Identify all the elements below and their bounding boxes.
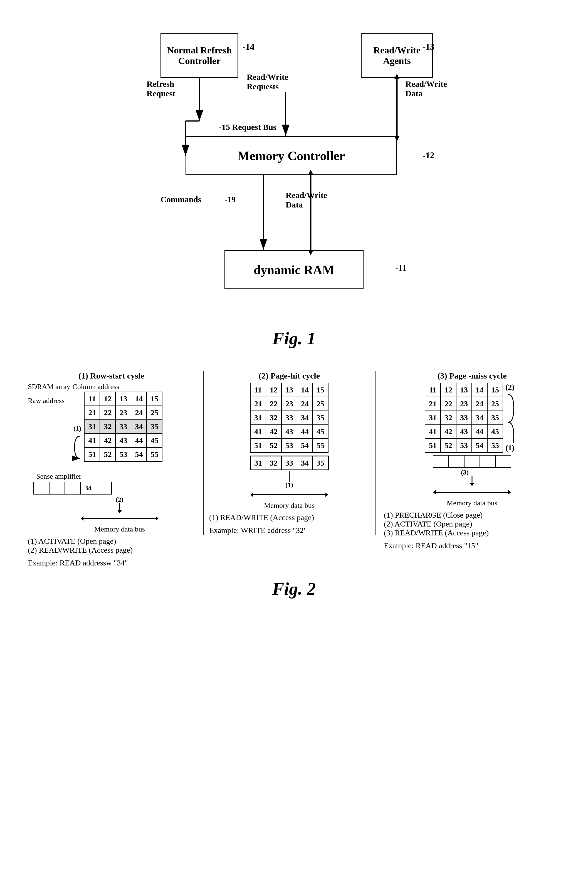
col3-arrow1-label: (1) — [505, 443, 519, 452]
col1-cycle-title: (1) Row-stsrt cysle — [79, 371, 144, 380]
table-row: 5152535455 — [425, 439, 503, 453]
table-row: 3132333435 — [250, 411, 328, 425]
col2-steps: (1) READ/WRITE (Access page) — [209, 513, 314, 522]
table-row: 34 — [34, 482, 112, 494]
col2-bus-arrow-svg — [250, 489, 328, 501]
table-row — [433, 455, 511, 468]
fig2-col2: (2) Page-hit cycle 1112131415 2122232425… — [203, 371, 375, 535]
col2-up-arrow-svg: (1) — [278, 471, 301, 488]
col3-grid: 1112131415 2122232425 3132333435 4142434… — [425, 383, 503, 453]
col1-col-addr-label: Column address — [72, 383, 119, 391]
svg-marker-27 — [325, 493, 328, 497]
sense-amp-box: 34 — [33, 482, 112, 495]
col3-right-arrows-svg — [505, 392, 519, 443]
dynamic-ram-label: dynamic RAM — [254, 262, 334, 277]
svg-text:(3): (3) — [461, 469, 469, 476]
col3-step2: (2) ACTIVATE (Open page) — [384, 520, 489, 529]
col2-hit-row: 31 32 33 34 35 — [250, 456, 329, 470]
col1-grid: 1112131415 2122232425 3132333435 4142434… — [84, 392, 162, 462]
ref14-label: -14 — [243, 42, 255, 52]
col1-down-arrow-svg: (2) — [109, 496, 131, 513]
col3-arrow2-label: (2) — [505, 383, 519, 392]
fig2-col1: (1) Row-stsrt cysle SDRAM array Raw addr… — [25, 371, 198, 568]
col1-sdram-label: SDRAM array — [28, 383, 70, 391]
ref11-label: -11 — [395, 263, 406, 273]
ref15-label: -15 Request Bus — [219, 122, 277, 132]
fig2-container: (1) Row-stsrt cysle SDRAM array Raw addr… — [22, 371, 566, 599]
refresh-controller-label: Normal RefreshController — [167, 45, 232, 66]
table-row: 3132333435 — [84, 420, 162, 434]
col1-example: Example: READ addressw "34" — [28, 559, 128, 568]
commands-label: Commands — [161, 195, 201, 204]
table-row: 4142434445 — [250, 425, 328, 439]
col1-raw-addr-label: Raw address — [28, 396, 64, 405]
svg-marker-17 — [118, 510, 122, 513]
fig2-columns: (1) Row-stsrt cysle SDRAM array Raw addr… — [22, 371, 566, 568]
col3-bus-arrow-svg — [433, 487, 511, 498]
rw-requests-label: Read/WriteRequests — [247, 72, 288, 91]
col3-bus-label: Memory data bus — [447, 499, 497, 507]
table-row: 1112131415 — [84, 392, 162, 406]
table-row: 4142434445 — [84, 434, 162, 447]
table-row: 5152535455 — [250, 439, 328, 453]
table-row: 2122232425 — [425, 397, 503, 411]
col1-step2: (2) READ/WRITE (Access page) — [28, 546, 132, 554]
col3-step1: (1) PRECHARGE (Close page) — [384, 511, 489, 520]
col2-bus-label: Memory data bus — [264, 502, 314, 510]
ref12-label: -12 — [423, 150, 435, 161]
fig2-col3: (3) Page -miss cycle 1112131415 21222324… — [381, 371, 563, 550]
svg-marker-26 — [250, 493, 253, 497]
box-refresh-controller: Normal RefreshController — [161, 33, 238, 78]
col1-steps: (1) ACTIVATE (Open page) (2) READ/WRITE … — [28, 537, 132, 554]
svg-marker-32 — [433, 490, 436, 495]
col1-left-arrow-svg: (1) — [72, 392, 82, 469]
col3-step3: (3) READ/WRITE (Access page) — [384, 529, 489, 537]
ref19-label: -19 — [225, 195, 235, 204]
col3-example: Example: READ address "15" — [384, 541, 478, 550]
svg-text:(1): (1) — [285, 481, 293, 488]
fig2-caption: Fig. 2 — [22, 578, 566, 599]
svg-marker-30 — [470, 483, 474, 486]
memory-ctrl-label: Memory Controller — [238, 149, 345, 163]
rw-agents-label: Read/WriteAgents — [373, 45, 420, 66]
svg-marker-21 — [156, 516, 159, 521]
svg-marker-33 — [508, 490, 511, 495]
col2-example: Example: WRITE address "32" — [209, 526, 307, 535]
col1-step1: (1) ACTIVATE (Open page) — [28, 537, 132, 546]
fig1-diagram: Normal RefreshController -14 Read/WriteA… — [127, 28, 461, 320]
sense-amp-label: Sense amplifier — [36, 472, 81, 481]
fig1-container: Normal RefreshController -14 Read/WriteA… — [22, 28, 566, 349]
table-row: 31 32 33 34 35 — [250, 456, 328, 470]
box-memory-controller: Memory Controller — [186, 136, 397, 175]
page: Normal RefreshController -14 Read/WriteA… — [0, 0, 588, 870]
col2-cycle-title: (2) Page-hit cycle — [259, 371, 320, 380]
rw-data-top-label: Read/WriteData — [405, 79, 447, 98]
svg-text:(1): (1) — [73, 425, 81, 432]
rw-data-bottom-label: Read/WriteData — [286, 191, 327, 209]
box-dynamic-ram: dynamic RAM — [225, 250, 363, 289]
col1-bus-arrow-svg — [81, 513, 159, 524]
table-row: 1112131415 — [425, 383, 503, 397]
col3-sense-amp — [433, 455, 511, 468]
refresh-request-label: RefreshRequest — [147, 79, 175, 98]
svg-text:(2): (2) — [116, 496, 124, 503]
col3-down-arrow-svg: (3) — [456, 469, 489, 486]
table-row: 2122232425 — [84, 406, 162, 420]
svg-marker-20 — [81, 516, 83, 521]
col3-steps: (1) PRECHARGE (Close page) (2) ACTIVATE … — [384, 511, 489, 537]
col1-bus-label: Memory data bus — [94, 525, 145, 533]
table-row: 2122232425 — [250, 397, 328, 411]
col3-cycle-title: (3) Page -miss cycle — [437, 371, 506, 380]
table-row: 5152535455 — [84, 447, 162, 462]
box-rw-agents: Read/WriteAgents — [361, 33, 433, 78]
table-row: 4142434445 — [425, 425, 503, 439]
col2-step1: (1) READ/WRITE (Access page) — [209, 513, 314, 522]
table-row: 3132333435 — [425, 411, 503, 425]
col2-grid: 1112131415 2122232425 3132333435 4142434… — [250, 383, 329, 453]
ref13-label: -13 — [423, 42, 435, 52]
fig1-caption: Fig. 1 — [272, 328, 316, 349]
table-row: 1112131415 — [250, 383, 328, 397]
